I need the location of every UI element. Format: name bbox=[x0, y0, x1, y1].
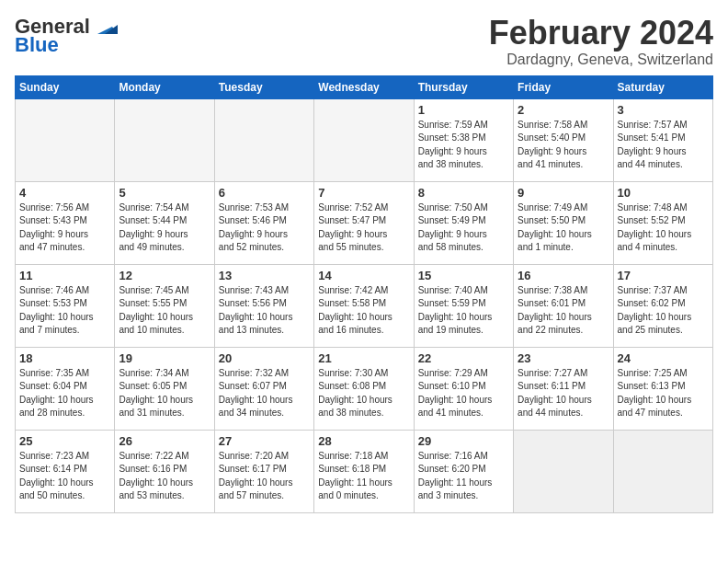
day-info: Sunrise: 7:53 AM Sunset: 5:46 PM Dayligh… bbox=[219, 201, 310, 255]
calendar-cell: 20Sunrise: 7:32 AM Sunset: 6:07 PM Dayli… bbox=[214, 347, 313, 430]
day-number: 26 bbox=[119, 434, 210, 448]
calendar-table: SundayMondayTuesdayWednesdayThursdayFrid… bbox=[15, 75, 713, 513]
day-info: Sunrise: 7:57 AM Sunset: 5:41 PM Dayligh… bbox=[618, 119, 709, 172]
day-number: 7 bbox=[318, 186, 409, 200]
logo-icon bbox=[92, 17, 118, 36]
calendar-cell: 10Sunrise: 7:48 AM Sunset: 5:52 PM Dayli… bbox=[613, 181, 712, 264]
day-number: 17 bbox=[618, 269, 709, 282]
day-info: Sunrise: 7:16 AM Sunset: 6:20 PM Dayligh… bbox=[418, 450, 509, 503]
day-number: 18 bbox=[19, 351, 110, 365]
day-info: Sunrise: 7:37 AM Sunset: 6:02 PM Dayligh… bbox=[618, 284, 709, 338]
day-header-wednesday: Wednesday bbox=[314, 75, 414, 98]
day-info: Sunrise: 7:35 AM Sunset: 6:04 PM Dayligh… bbox=[19, 367, 110, 420]
calendar-cell: 13Sunrise: 7:43 AM Sunset: 5:56 PM Dayli… bbox=[214, 264, 313, 347]
day-number: 2 bbox=[518, 103, 609, 117]
day-header-friday: Friday bbox=[514, 75, 613, 98]
day-info: Sunrise: 7:56 AM Sunset: 5:43 PM Dayligh… bbox=[19, 201, 110, 255]
calendar-cell: 24Sunrise: 7:25 AM Sunset: 6:13 PM Dayli… bbox=[613, 347, 712, 430]
day-info: Sunrise: 7:38 AM Sunset: 6:01 PM Dayligh… bbox=[518, 284, 609, 338]
calendar-cell: 1Sunrise: 7:59 AM Sunset: 5:38 PM Daylig… bbox=[414, 98, 513, 181]
day-info: Sunrise: 7:42 AM Sunset: 5:58 PM Dayligh… bbox=[318, 284, 409, 338]
day-header-thursday: Thursday bbox=[414, 75, 513, 98]
day-info: Sunrise: 7:29 AM Sunset: 6:10 PM Dayligh… bbox=[418, 367, 509, 420]
calendar-cell: 14Sunrise: 7:42 AM Sunset: 5:58 PM Dayli… bbox=[314, 264, 414, 347]
logo: General Blue bbox=[15, 15, 118, 57]
day-info: Sunrise: 7:52 AM Sunset: 5:47 PM Dayligh… bbox=[318, 201, 409, 255]
day-number: 20 bbox=[219, 351, 310, 365]
calendar-cell bbox=[613, 430, 712, 512]
calendar-cell: 26Sunrise: 7:22 AM Sunset: 6:16 PM Dayli… bbox=[115, 430, 214, 512]
calendar-cell: 18Sunrise: 7:35 AM Sunset: 6:04 PM Dayli… bbox=[16, 347, 115, 430]
day-number: 19 bbox=[119, 351, 210, 365]
day-number: 13 bbox=[219, 269, 310, 282]
day-info: Sunrise: 7:46 AM Sunset: 5:53 PM Dayligh… bbox=[19, 284, 110, 338]
calendar-cell: 3Sunrise: 7:57 AM Sunset: 5:41 PM Daylig… bbox=[613, 98, 712, 181]
day-number: 9 bbox=[518, 186, 609, 200]
day-number: 8 bbox=[418, 186, 509, 200]
calendar-cell bbox=[115, 98, 214, 181]
calendar-cell: 17Sunrise: 7:37 AM Sunset: 6:02 PM Dayli… bbox=[613, 264, 712, 347]
day-number: 5 bbox=[119, 186, 210, 200]
calendar-cell: 28Sunrise: 7:18 AM Sunset: 6:18 PM Dayli… bbox=[314, 430, 414, 512]
day-header-monday: Monday bbox=[115, 75, 214, 98]
calendar-cell: 4Sunrise: 7:56 AM Sunset: 5:43 PM Daylig… bbox=[16, 181, 115, 264]
calendar-cell: 27Sunrise: 7:20 AM Sunset: 6:17 PM Dayli… bbox=[214, 430, 313, 512]
title-block: February 2024 Dardagny, Geneva, Switzerl… bbox=[489, 15, 713, 68]
calendar-subtitle: Dardagny, Geneva, Switzerland bbox=[489, 52, 713, 68]
day-number: 29 bbox=[418, 434, 509, 448]
day-info: Sunrise: 7:49 AM Sunset: 5:50 PM Dayligh… bbox=[518, 201, 609, 255]
calendar-cell bbox=[214, 98, 313, 181]
logo-blue-text: Blue bbox=[15, 33, 59, 57]
day-number: 27 bbox=[219, 434, 310, 448]
calendar-cell: 19Sunrise: 7:34 AM Sunset: 6:05 PM Dayli… bbox=[115, 347, 214, 430]
day-info: Sunrise: 7:45 AM Sunset: 5:55 PM Dayligh… bbox=[119, 284, 210, 338]
calendar-title: February 2024 bbox=[489, 15, 713, 52]
day-info: Sunrise: 7:50 AM Sunset: 5:49 PM Dayligh… bbox=[418, 201, 509, 255]
day-number: 23 bbox=[518, 351, 609, 365]
day-info: Sunrise: 7:43 AM Sunset: 5:56 PM Dayligh… bbox=[219, 284, 310, 338]
calendar-cell: 2Sunrise: 7:58 AM Sunset: 5:40 PM Daylig… bbox=[514, 98, 613, 181]
calendar-cell: 21Sunrise: 7:30 AM Sunset: 6:08 PM Dayli… bbox=[314, 347, 414, 430]
day-info: Sunrise: 7:54 AM Sunset: 5:44 PM Dayligh… bbox=[119, 201, 210, 255]
day-header-saturday: Saturday bbox=[613, 75, 712, 98]
day-number: 25 bbox=[19, 434, 110, 448]
day-number: 1 bbox=[418, 103, 509, 117]
day-number: 22 bbox=[418, 351, 509, 365]
day-number: 12 bbox=[119, 269, 210, 282]
day-info: Sunrise: 7:20 AM Sunset: 6:17 PM Dayligh… bbox=[219, 450, 310, 503]
day-info: Sunrise: 7:48 AM Sunset: 5:52 PM Dayligh… bbox=[618, 201, 709, 255]
day-header-tuesday: Tuesday bbox=[214, 75, 313, 98]
day-info: Sunrise: 7:23 AM Sunset: 6:14 PM Dayligh… bbox=[19, 450, 110, 503]
calendar-cell: 8Sunrise: 7:50 AM Sunset: 5:49 PM Daylig… bbox=[414, 181, 513, 264]
calendar-cell: 11Sunrise: 7:46 AM Sunset: 5:53 PM Dayli… bbox=[16, 264, 115, 347]
day-number: 4 bbox=[19, 186, 110, 200]
calendar-cell: 7Sunrise: 7:52 AM Sunset: 5:47 PM Daylig… bbox=[314, 181, 414, 264]
day-info: Sunrise: 7:30 AM Sunset: 6:08 PM Dayligh… bbox=[318, 367, 409, 420]
day-number: 11 bbox=[19, 269, 110, 282]
calendar-cell: 23Sunrise: 7:27 AM Sunset: 6:11 PM Dayli… bbox=[514, 347, 613, 430]
calendar-cell bbox=[16, 98, 115, 181]
day-info: Sunrise: 7:22 AM Sunset: 6:16 PM Dayligh… bbox=[119, 450, 210, 503]
day-number: 16 bbox=[518, 269, 609, 282]
day-number: 21 bbox=[318, 351, 409, 365]
calendar-cell bbox=[314, 98, 414, 181]
calendar-cell bbox=[514, 430, 613, 512]
day-header-sunday: Sunday bbox=[16, 75, 115, 98]
day-number: 10 bbox=[618, 186, 709, 200]
day-info: Sunrise: 7:58 AM Sunset: 5:40 PM Dayligh… bbox=[518, 119, 609, 172]
day-info: Sunrise: 7:32 AM Sunset: 6:07 PM Dayligh… bbox=[219, 367, 310, 420]
calendar-cell: 15Sunrise: 7:40 AM Sunset: 5:59 PM Dayli… bbox=[414, 264, 513, 347]
calendar-cell: 22Sunrise: 7:29 AM Sunset: 6:10 PM Dayli… bbox=[414, 347, 513, 430]
day-info: Sunrise: 7:25 AM Sunset: 6:13 PM Dayligh… bbox=[618, 367, 709, 420]
page-header: General Blue February 2024 Dardagny, Gen… bbox=[15, 15, 713, 68]
day-info: Sunrise: 7:59 AM Sunset: 5:38 PM Dayligh… bbox=[418, 119, 509, 172]
day-info: Sunrise: 7:40 AM Sunset: 5:59 PM Dayligh… bbox=[418, 284, 509, 338]
calendar-cell: 9Sunrise: 7:49 AM Sunset: 5:50 PM Daylig… bbox=[514, 181, 613, 264]
day-info: Sunrise: 7:34 AM Sunset: 6:05 PM Dayligh… bbox=[119, 367, 210, 420]
day-number: 24 bbox=[618, 351, 709, 365]
day-number: 28 bbox=[318, 434, 409, 448]
calendar-cell: 16Sunrise: 7:38 AM Sunset: 6:01 PM Dayli… bbox=[514, 264, 613, 347]
day-number: 15 bbox=[418, 269, 509, 282]
calendar-cell: 25Sunrise: 7:23 AM Sunset: 6:14 PM Dayli… bbox=[16, 430, 115, 512]
day-info: Sunrise: 7:27 AM Sunset: 6:11 PM Dayligh… bbox=[518, 367, 609, 420]
